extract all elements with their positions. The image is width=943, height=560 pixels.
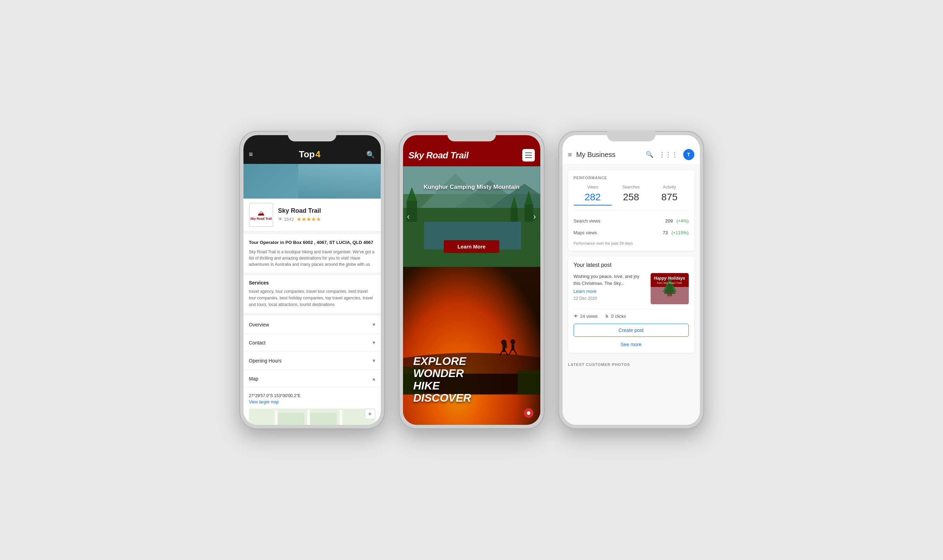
svg-rect-40 (667, 292, 672, 296)
search-icon[interactable]: 🔍 (646, 151, 653, 158)
phone-notch (448, 131, 496, 142)
map-view: 📍 Sixth Ave 📍 Ironside State School (249, 409, 375, 425)
svg-rect-4 (307, 410, 310, 425)
post-text-area: Wishing you peace, love, and joy this Ch… (574, 273, 647, 304)
business-logo: ⛰ Sky Road Trail (249, 203, 273, 227)
carousel-caption: Kunghur Camping Misty Mountain (423, 184, 520, 191)
menu-line (525, 155, 532, 155)
hamburger-menu-button[interactable] (522, 149, 535, 162)
accordion-label: Map (249, 376, 258, 382)
carousel-next-button[interactable]: › (533, 212, 536, 222)
accordion: Overview ▾ Contact ▾ Opening Hours ▾ Map… (244, 316, 381, 388)
p1-hero-image (244, 164, 381, 198)
chevron-down-icon: ▾ (372, 339, 375, 346)
user-avatar[interactable]: T (683, 149, 695, 160)
business-name: Sky Road Trail (278, 207, 321, 214)
accordion-map[interactable]: Map ▴ (244, 370, 381, 388)
post-clicks-count: 0 clicks (611, 314, 626, 319)
business-header: ⛰ Sky Road Trail Sky Road Trail 👁 1642 ★… (244, 198, 381, 231)
svg-rect-19 (525, 205, 533, 222)
metric-value: 282 (574, 192, 612, 203)
hero-bottom: EXPLORE WONDER HIKE DISCOVER (403, 267, 540, 425)
performance-card: PERFORMANCE Views 282 Searches 258 Activ… (568, 170, 695, 251)
metric-searches[interactable]: Searches 258 (612, 185, 650, 206)
chevron-down-icon: ▾ (372, 321, 375, 328)
performance-note: Performance over the past 28 days (574, 241, 689, 245)
hero-overlay (244, 164, 381, 198)
p3-content: PERFORMANCE Views 282 Searches 258 Activ… (563, 165, 700, 425)
hero-img-right (298, 164, 381, 198)
phone-notch (288, 131, 336, 142)
post-date: 22 Dec 2020 (574, 296, 647, 301)
phone-2: Sky Road Trail (399, 131, 545, 429)
grid-icon[interactable]: ⋮⋮⋮ (659, 151, 678, 158)
services-text: travel agency, tour companies, travel to… (249, 288, 375, 308)
address-section: Tour Operator in PO Box 6002 , 4067, ST … (244, 234, 381, 272)
map-section: 27°29'57.0"S 153°00'00.2"E View larger m… (244, 388, 381, 425)
post-clicks-metric: 🖱 0 clicks (605, 314, 626, 319)
accordion-overview[interactable]: Overview ▾ (244, 316, 381, 334)
search-icon[interactable]: 🔍 (366, 151, 375, 159)
services-title: Services (249, 280, 375, 286)
stats-section: Search views 209 (+4%) Maps views 73 (+1… (574, 210, 689, 238)
see-more-link[interactable]: See more (574, 342, 689, 347)
menu-line (525, 152, 532, 153)
menu-icon[interactable]: ≡ (249, 151, 253, 158)
p1-content: ⛰ Sky Road Trail Sky Road Trail 👁 1642 ★… (244, 198, 381, 425)
accordion-contact[interactable]: Contact ▾ (244, 334, 381, 352)
learn-more-link[interactable]: Learn more (574, 289, 647, 294)
cursor-icon: 🖱 (605, 314, 609, 319)
logo-box-text: Sky Road Trail (250, 217, 272, 221)
post-views-metric: 👁 24 views (574, 314, 598, 319)
search-views-row: Search views 209 (+4%) (574, 215, 689, 227)
post-text: Wishing you peace, love, and joy this Ch… (574, 274, 639, 286)
menu-icon[interactable]: ≡ (568, 151, 572, 159)
record-dot (527, 411, 530, 415)
chevron-up-icon: ▴ (372, 375, 375, 382)
tagline-line-3: HIKE (414, 380, 471, 392)
metric-label: Searches (612, 185, 650, 189)
map-zoom-in-button[interactable]: + (365, 409, 375, 419)
photos-section-title: LATEST CUSTOMER PHOTOS (568, 358, 695, 367)
maps-views-value: 73 (+115%) (663, 229, 688, 235)
chevron-down-icon: ▾ (372, 357, 375, 364)
maps-views-row: Maps views 73 (+115%) (574, 227, 689, 238)
svg-rect-7 (310, 413, 336, 425)
learn-more-button[interactable]: Learn More (444, 240, 499, 253)
eye-icon: 👁 (278, 217, 282, 222)
svg-rect-6 (278, 413, 304, 425)
metrics-row: Views 282 Searches 258 Activity 875 (574, 185, 689, 206)
accordion-label: Overview (249, 322, 269, 328)
services-section: Services travel agency, tour companies, … (244, 275, 381, 313)
metric-views[interactable]: Views 282 (574, 185, 612, 206)
svg-rect-21 (511, 208, 517, 222)
logo-top: Top (299, 149, 315, 160)
mountain-icon: ⛰ (258, 209, 265, 217)
phone-1: ≡ Top 4 🔍 ⛰ Sky Road Trail Sky Road Trai… (239, 131, 385, 429)
metric-value: 875 (650, 192, 689, 203)
maps-views-change: (+115%) (671, 230, 689, 235)
business-info: Sky Road Trail 👁 1642 ★★★★★ (278, 207, 321, 223)
metric-label: Activity (650, 185, 689, 189)
create-post-button[interactable]: Create post (574, 324, 689, 337)
eye-icon: 👁 (574, 314, 578, 319)
metric-label: Views (574, 185, 612, 189)
business-meta: 👁 1642 ★★★★★ (278, 216, 321, 223)
metric-activity[interactable]: Activity 875 (650, 185, 689, 206)
svg-point-30 (510, 339, 515, 344)
record-button[interactable] (524, 408, 533, 418)
site-title: Sky Road Trail (409, 150, 469, 161)
svg-rect-3 (275, 410, 277, 425)
post-content: Wishing you peace, love, and joy this Ch… (574, 273, 689, 304)
accordion-opening-hours[interactable]: Opening Hours ▾ (244, 352, 381, 370)
post-views-count: 24 views (580, 314, 598, 319)
phone-3: ≡ My Business 🔍 ⋮⋮⋮ T PERFORMANCE Views … (559, 131, 704, 429)
tagline-line-2: WONDER (414, 367, 471, 380)
svg-rect-35 (517, 370, 540, 394)
thumbnail-text: Happy Holidays (652, 276, 687, 282)
view-larger-map-link[interactable]: View larger map (249, 400, 375, 405)
tagline-line-4: DISCOVER (414, 392, 471, 404)
accordion-label: Contact (249, 340, 265, 346)
carousel-prev-button[interactable]: ‹ (407, 212, 410, 222)
svg-rect-29 (503, 343, 507, 348)
